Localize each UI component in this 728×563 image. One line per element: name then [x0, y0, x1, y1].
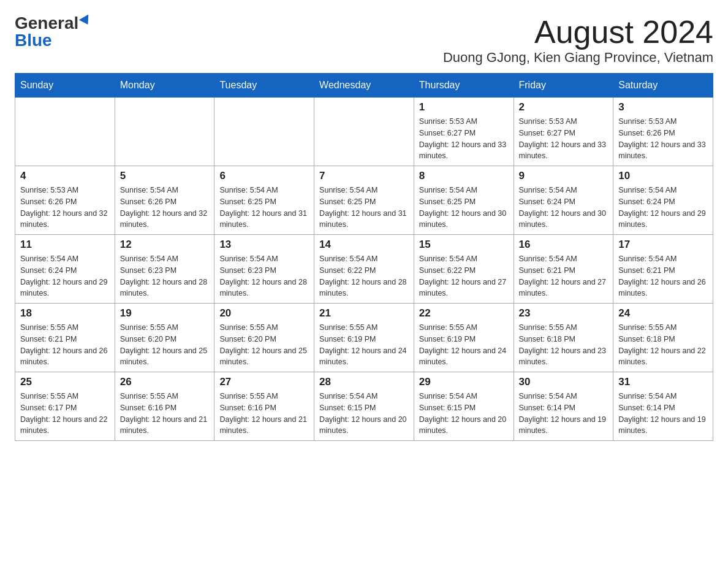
- calendar-cell: 27Sunrise: 5:55 AMSunset: 6:16 PMDayligh…: [214, 372, 314, 441]
- calendar-header-row: SundayMondayTuesdayWednesdayThursdayFrid…: [15, 74, 713, 98]
- day-info: Sunrise: 5:54 AMSunset: 6:25 PMDaylight:…: [319, 185, 409, 231]
- calendar-cell: 28Sunrise: 5:54 AMSunset: 6:15 PMDayligh…: [314, 372, 414, 441]
- day-info: Sunrise: 5:55 AMSunset: 6:20 PMDaylight:…: [219, 322, 309, 368]
- calendar-week-row: 11Sunrise: 5:54 AMSunset: 6:24 PMDayligh…: [15, 235, 713, 304]
- calendar-header-tuesday: Tuesday: [214, 74, 314, 98]
- day-info: Sunrise: 5:55 AMSunset: 6:19 PMDaylight:…: [419, 322, 509, 368]
- calendar-cell: 22Sunrise: 5:55 AMSunset: 6:19 PMDayligh…: [414, 304, 514, 372]
- day-number: 17: [618, 239, 708, 251]
- day-info: Sunrise: 5:55 AMSunset: 6:18 PMDaylight:…: [519, 322, 609, 368]
- day-info: Sunrise: 5:55 AMSunset: 6:17 PMDaylight:…: [20, 391, 110, 437]
- logo-triangle-icon: [79, 14, 93, 27]
- day-number: 1: [419, 101, 509, 113]
- day-info: Sunrise: 5:55 AMSunset: 6:18 PMDaylight:…: [618, 322, 708, 368]
- calendar-header-sunday: Sunday: [15, 74, 115, 98]
- day-info: Sunrise: 5:54 AMSunset: 6:21 PMDaylight:…: [618, 253, 708, 299]
- calendar-cell: 20Sunrise: 5:55 AMSunset: 6:20 PMDayligh…: [214, 304, 314, 372]
- day-number: 15: [419, 239, 509, 251]
- calendar-cell: 16Sunrise: 5:54 AMSunset: 6:21 PMDayligh…: [514, 235, 613, 304]
- calendar-cell: [314, 98, 414, 166]
- logo-blue-text: Blue: [15, 32, 52, 49]
- calendar-cell: 29Sunrise: 5:54 AMSunset: 6:15 PMDayligh…: [414, 372, 514, 441]
- logo: General Blue: [15, 15, 91, 49]
- day-info: Sunrise: 5:54 AMSunset: 6:22 PMDaylight:…: [419, 253, 509, 299]
- day-info: Sunrise: 5:55 AMSunset: 6:16 PMDaylight:…: [219, 391, 309, 437]
- calendar-cell: 3Sunrise: 5:53 AMSunset: 6:26 PMDaylight…: [613, 98, 713, 166]
- day-number: 6: [219, 170, 309, 182]
- calendar-cell: 15Sunrise: 5:54 AMSunset: 6:22 PMDayligh…: [414, 235, 514, 304]
- day-info: Sunrise: 5:54 AMSunset: 6:15 PMDaylight:…: [319, 391, 409, 437]
- day-info: Sunrise: 5:54 AMSunset: 6:23 PMDaylight:…: [120, 253, 210, 299]
- calendar-cell: [115, 98, 214, 166]
- calendar-header-monday: Monday: [115, 74, 214, 98]
- day-info: Sunrise: 5:54 AMSunset: 6:24 PMDaylight:…: [618, 185, 708, 231]
- logo-general-text: General: [15, 15, 78, 32]
- day-number: 3: [618, 101, 708, 113]
- calendar-cell: 21Sunrise: 5:55 AMSunset: 6:19 PMDayligh…: [314, 304, 414, 372]
- calendar-cell: 19Sunrise: 5:55 AMSunset: 6:20 PMDayligh…: [115, 304, 214, 372]
- calendar-cell: 13Sunrise: 5:54 AMSunset: 6:23 PMDayligh…: [214, 235, 314, 304]
- day-number: 12: [120, 239, 210, 251]
- day-info: Sunrise: 5:54 AMSunset: 6:14 PMDaylight:…: [618, 391, 708, 437]
- day-info: Sunrise: 5:54 AMSunset: 6:23 PMDaylight:…: [219, 253, 309, 299]
- calendar-week-row: 25Sunrise: 5:55 AMSunset: 6:17 PMDayligh…: [15, 372, 713, 441]
- day-number: 16: [519, 239, 609, 251]
- day-info: Sunrise: 5:55 AMSunset: 6:19 PMDaylight:…: [319, 322, 409, 368]
- day-number: 9: [519, 170, 609, 182]
- day-info: Sunrise: 5:54 AMSunset: 6:24 PMDaylight:…: [20, 253, 110, 299]
- day-number: 11: [20, 239, 110, 251]
- day-number: 30: [519, 376, 609, 388]
- day-number: 25: [20, 376, 110, 388]
- day-number: 20: [219, 307, 309, 320]
- day-info: Sunrise: 5:53 AMSunset: 6:26 PMDaylight:…: [20, 185, 110, 231]
- calendar-cell: [214, 98, 314, 166]
- calendar-header-thursday: Thursday: [414, 74, 514, 98]
- day-info: Sunrise: 5:54 AMSunset: 6:25 PMDaylight:…: [419, 185, 509, 231]
- day-number: 10: [618, 170, 708, 182]
- day-info: Sunrise: 5:54 AMSunset: 6:14 PMDaylight:…: [519, 391, 609, 437]
- day-info: Sunrise: 5:55 AMSunset: 6:16 PMDaylight:…: [120, 391, 210, 437]
- day-number: 18: [20, 307, 110, 320]
- calendar-header-friday: Friday: [514, 74, 613, 98]
- day-number: 5: [120, 170, 210, 182]
- day-info: Sunrise: 5:54 AMSunset: 6:21 PMDaylight:…: [519, 253, 609, 299]
- day-number: 22: [419, 307, 509, 320]
- calendar-cell: 24Sunrise: 5:55 AMSunset: 6:18 PMDayligh…: [613, 304, 713, 372]
- day-number: 27: [219, 376, 309, 388]
- day-number: 4: [20, 170, 110, 182]
- calendar-week-row: 1Sunrise: 5:53 AMSunset: 6:27 PMDaylight…: [15, 98, 713, 166]
- calendar-cell: 1Sunrise: 5:53 AMSunset: 6:27 PMDaylight…: [414, 98, 514, 166]
- day-number: 2: [519, 101, 609, 113]
- calendar-cell: 30Sunrise: 5:54 AMSunset: 6:14 PMDayligh…: [514, 372, 613, 441]
- calendar-week-row: 4Sunrise: 5:53 AMSunset: 6:26 PMDaylight…: [15, 166, 713, 235]
- day-number: 13: [219, 239, 309, 251]
- calendar-cell: 31Sunrise: 5:54 AMSunset: 6:14 PMDayligh…: [613, 372, 713, 441]
- calendar-cell: 25Sunrise: 5:55 AMSunset: 6:17 PMDayligh…: [15, 372, 115, 441]
- day-number: 28: [319, 376, 409, 388]
- calendar-cell: 26Sunrise: 5:55 AMSunset: 6:16 PMDayligh…: [115, 372, 214, 441]
- day-number: 19: [120, 307, 210, 320]
- calendar-cell: 23Sunrise: 5:55 AMSunset: 6:18 PMDayligh…: [514, 304, 613, 372]
- calendar-cell: [15, 98, 115, 166]
- calendar-cell: 2Sunrise: 5:53 AMSunset: 6:27 PMDaylight…: [514, 98, 613, 166]
- day-info: Sunrise: 5:53 AMSunset: 6:27 PMDaylight:…: [419, 116, 509, 162]
- day-number: 23: [519, 307, 609, 320]
- day-info: Sunrise: 5:54 AMSunset: 6:15 PMDaylight:…: [419, 391, 509, 437]
- calendar-cell: 17Sunrise: 5:54 AMSunset: 6:21 PMDayligh…: [613, 235, 713, 304]
- day-number: 21: [319, 307, 409, 320]
- calendar-cell: 5Sunrise: 5:54 AMSunset: 6:26 PMDaylight…: [115, 166, 214, 235]
- day-number: 7: [319, 170, 409, 182]
- day-info: Sunrise: 5:54 AMSunset: 6:22 PMDaylight:…: [319, 253, 409, 299]
- calendar-cell: 6Sunrise: 5:54 AMSunset: 6:25 PMDaylight…: [214, 166, 314, 235]
- day-info: Sunrise: 5:54 AMSunset: 6:25 PMDaylight:…: [219, 185, 309, 231]
- day-number: 24: [618, 307, 708, 320]
- calendar-cell: 8Sunrise: 5:54 AMSunset: 6:25 PMDaylight…: [414, 166, 514, 235]
- calendar-cell: 12Sunrise: 5:54 AMSunset: 6:23 PMDayligh…: [115, 235, 214, 304]
- day-info: Sunrise: 5:53 AMSunset: 6:26 PMDaylight:…: [618, 116, 708, 162]
- calendar-cell: 18Sunrise: 5:55 AMSunset: 6:21 PMDayligh…: [15, 304, 115, 372]
- day-number: 29: [419, 376, 509, 388]
- calendar-header-wednesday: Wednesday: [314, 74, 414, 98]
- day-info: Sunrise: 5:54 AMSunset: 6:26 PMDaylight:…: [120, 185, 210, 231]
- day-number: 8: [419, 170, 509, 182]
- location-text: Duong GJong, Kien Giang Province, Vietna…: [443, 50, 713, 66]
